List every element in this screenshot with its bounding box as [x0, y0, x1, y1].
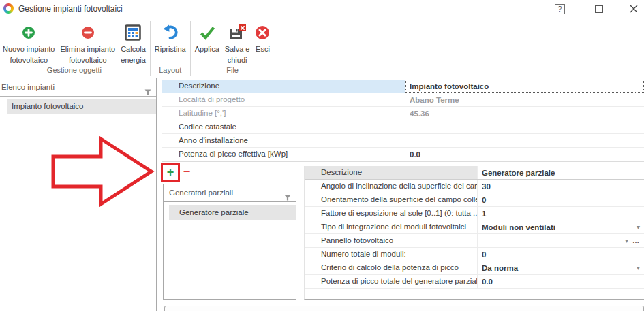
ribbon-group-label: File [192, 65, 273, 78]
property-value: Generatore parziale [482, 167, 640, 179]
property-value: Moduli non ventilati [482, 221, 632, 233]
button-label: Nuovo impianto [3, 45, 55, 54]
button-label: fotovoltaico [10, 56, 48, 65]
add-generator-button[interactable]: + [163, 165, 178, 180]
property-label: Potenza di picco totale del generatore p… [305, 275, 478, 288]
chevron-down-icon[interactable]: ▾ [625, 235, 628, 247]
property-value-cell[interactable]: 0 [478, 248, 644, 261]
property-label: Angolo di inclinazione della superficie … [305, 180, 478, 193]
property-label: Orientamento della superficie del campo … [305, 193, 478, 206]
property-label: Numero totale di moduli: [305, 248, 478, 261]
plant-property-grid: DescrizioneImpianto fotovoltaicoLocalità… [162, 80, 644, 162]
property-value-cell[interactable] [405, 134, 644, 147]
ellipsis-button[interactable]: … [632, 235, 640, 247]
property-row[interactable]: Pannello fotovoltaico▾… [305, 234, 644, 248]
window-title: Gestione impianti fotovoltaici [18, 0, 123, 18]
new-plant-button[interactable]: Nuovo impianto fotovoltaico [0, 22, 57, 65]
minus-circle-icon [81, 22, 95, 43]
exit-button[interactable]: Esci [252, 22, 273, 54]
check-icon [199, 22, 215, 43]
property-label: Pannello fotovoltaico [305, 234, 478, 247]
property-row[interactable]: Angolo di inclinazione della superficie … [305, 180, 644, 193]
property-row[interactable]: DescrizioneImpianto fotovoltaico [162, 80, 644, 93]
ribbon-group-layout: Ripristina Layout [152, 18, 189, 78]
property-value-cell[interactable]: 0 [478, 193, 644, 206]
property-label: Anno d'installazione [162, 134, 405, 147]
property-label: Latitudine [°,'] [162, 107, 405, 120]
maximize-button[interactable] [595, 5, 603, 13]
apply-button[interactable]: Applica [192, 22, 222, 54]
property-value-cell[interactable]: 45.36 [405, 107, 644, 120]
property-value: 0 [482, 248, 640, 261]
property-value-cell[interactable]: ▾… [478, 234, 644, 247]
property-value-cell[interactable] [405, 120, 644, 133]
plants-list-header-label: Elenco impianti [1, 83, 55, 91]
filter-icon[interactable] [284, 190, 291, 207]
property-value: 1 [482, 208, 640, 220]
property-value-cell[interactable]: 1 [478, 207, 644, 220]
property-value: 30 [482, 180, 640, 193]
close-button[interactable] [629, 4, 639, 14]
ribbon-group-file: Applica Salva e chiudi [192, 18, 273, 78]
ribbon-toolbar: Nuovo impianto fotovoltaico Elimina impi… [0, 18, 644, 78]
generator-property-grid: DescrizioneGeneratore parzialeAngolo di … [304, 166, 644, 300]
app-logo-icon [3, 3, 14, 14]
property-value-cell[interactable]: Da norma▾ [478, 261, 644, 274]
property-label: Descrizione [162, 80, 405, 93]
property-row[interactable]: Località di progettoAbano Terme [162, 93, 644, 107]
property-value-cell[interactable]: Abano Terme [405, 93, 644, 106]
property-value-cell[interactable]: 0.0 [405, 148, 644, 161]
property-row[interactable]: Fattore di esposizione al sole [0..1] (0… [305, 207, 644, 220]
generators-list-panel: Generatori parziali Generatore parziale [163, 184, 296, 300]
property-value: Impianto fotovoltaico [410, 80, 640, 93]
plants-list-panel: Elenco impianti Impianto fotovoltaico [0, 78, 157, 311]
ribbon-separator [150, 21, 151, 76]
exit-icon [255, 22, 270, 43]
property-label: Codice catastale [162, 120, 405, 133]
property-value: Da norma [482, 262, 632, 274]
button-label: Esci [256, 45, 270, 54]
chevron-down-icon[interactable]: ▾ [637, 221, 640, 233]
remove-generator-button[interactable]: − [181, 165, 193, 180]
property-label: Potenza di picco effettiva [kWp] [162, 148, 405, 161]
list-item[interactable]: Impianto fotovoltaico [7, 99, 156, 114]
plants-list: Impianto fotovoltaico [0, 99, 156, 114]
property-row[interactable]: Orientamento della superficie del campo … [305, 193, 644, 207]
property-value-cell[interactable]: 0.0 [478, 275, 644, 288]
button-label: Calcola [121, 45, 146, 54]
property-value: 0.0 [410, 148, 640, 161]
property-row[interactable]: Numero totale di moduli:0 [305, 248, 644, 261]
property-row[interactable]: Codice catastale [162, 120, 644, 134]
chevron-down-icon[interactable]: ▾ [637, 262, 640, 274]
property-value-cell[interactable]: Moduli non ventilati▾ [478, 220, 644, 233]
button-label: Ripristina [155, 45, 186, 54]
property-value: Abano Terme [410, 94, 640, 106]
help-button[interactable]: ? [555, 4, 565, 14]
property-value-cell[interactable]: Impianto fotovoltaico [405, 80, 644, 93]
plants-list-header: Elenco impianti [0, 79, 156, 97]
property-row[interactable]: Anno d'installazione [162, 134, 644, 148]
calculator-icon [125, 22, 141, 43]
property-row[interactable]: Criterio di calcolo della potenza di pic… [305, 261, 644, 275]
button-label: chiudi [228, 56, 247, 65]
save-and-close-button[interactable]: Salva e chiudi [222, 22, 253, 65]
property-value-cell[interactable]: Generatore parziale [478, 166, 644, 179]
property-row[interactable]: Potenza di picco totale del generatore p… [305, 275, 644, 289]
property-row[interactable]: Potenza di picco effettiva [kWp]0.0 [162, 148, 644, 161]
property-row[interactable]: Latitudine [°,']45.36 [162, 107, 644, 120]
property-row[interactable]: Tipo di integrazione dei moduli fotovolt… [305, 220, 644, 234]
delete-plant-button[interactable]: Elimina impianto fotovoltaico [57, 22, 118, 65]
close-icon [629, 4, 639, 14]
button-label: Applica [195, 45, 219, 54]
property-row[interactable]: DescrizioneGeneratore parziale [305, 166, 644, 180]
calculate-energy-button[interactable]: Calcola energia [118, 22, 149, 65]
property-label: Località di progetto [162, 93, 405, 106]
generators-list-header-label: Generatori parziali [169, 189, 233, 197]
button-label: energia [121, 56, 146, 65]
restore-layout-button[interactable]: Ripristina [152, 22, 189, 54]
property-value-cell[interactable]: 30 [478, 180, 644, 193]
list-item[interactable]: Generatore parziale [169, 205, 296, 220]
button-label: Elimina impianto [60, 45, 115, 54]
save-close-icon [228, 22, 247, 43]
filter-icon[interactable] [144, 84, 151, 101]
